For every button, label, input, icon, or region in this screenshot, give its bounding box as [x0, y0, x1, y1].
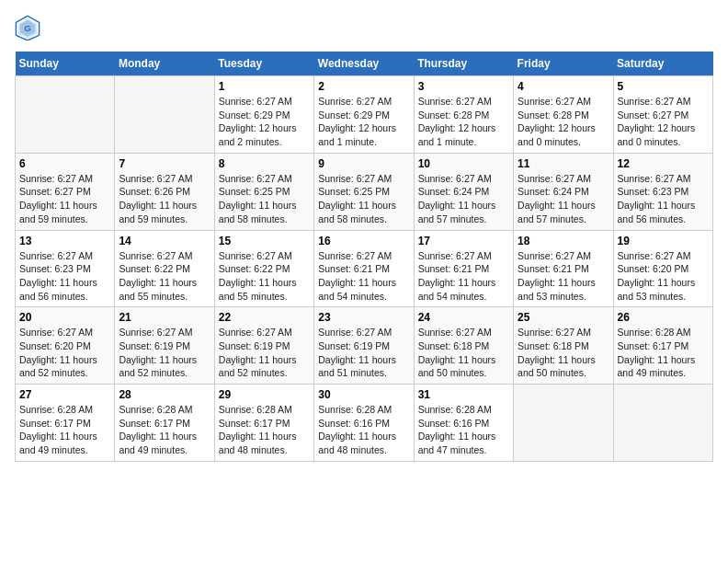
day-number: 17	[418, 235, 509, 247]
day-info: Daylight: 11 hours	[418, 353, 509, 367]
day-info: Sunrise: 6:28 AM	[119, 403, 210, 417]
day-info: Sunset: 6:27 PM	[618, 109, 709, 122]
day-info: and 58 minutes.	[219, 213, 310, 226]
day-info: Sunrise: 6:27 AM	[418, 95, 509, 109]
day-info: Daylight: 11 hours	[119, 353, 210, 367]
day-info: and 50 minutes.	[518, 366, 609, 380]
day-info: Daylight: 11 hours	[518, 276, 609, 290]
day-number: 26	[618, 311, 709, 324]
calendar-cell: 18Sunrise: 6:27 AMSunset: 6:21 PMDayligh…	[514, 230, 613, 307]
header-friday: Friday	[514, 52, 613, 76]
calendar-cell: 5Sunrise: 6:27 AMSunset: 6:27 PMDaylight…	[613, 76, 712, 154]
day-info: Daylight: 11 hours	[618, 353, 709, 367]
day-info: Sunrise: 6:27 AM	[219, 249, 310, 263]
day-info: Sunrise: 6:27 AM	[318, 249, 409, 263]
day-info: Daylight: 11 hours	[219, 276, 310, 290]
day-info: Daylight: 11 hours	[19, 430, 110, 443]
day-number: 5	[618, 80, 709, 93]
day-number: 15	[219, 235, 310, 247]
calendar-cell: 27Sunrise: 6:28 AMSunset: 6:17 PMDayligh…	[16, 385, 115, 462]
day-number: 9	[318, 157, 409, 170]
day-info: Sunrise: 6:27 AM	[618, 249, 709, 263]
header-tuesday: Tuesday	[214, 52, 313, 76]
day-info: Sunrise: 6:27 AM	[119, 326, 210, 339]
day-info: Sunset: 6:21 PM	[418, 262, 509, 276]
day-info: Sunset: 6:20 PM	[19, 339, 110, 353]
calendar-cell: 30Sunrise: 6:28 AMSunset: 6:16 PMDayligh…	[314, 385, 414, 462]
day-info: Sunrise: 6:27 AM	[518, 326, 609, 339]
day-number: 31	[418, 388, 509, 401]
day-info: and 59 minutes.	[119, 213, 210, 226]
day-info: Sunset: 6:23 PM	[19, 262, 110, 276]
day-info: and 56 minutes.	[19, 290, 110, 304]
calendar-cell	[115, 76, 214, 154]
day-info: Sunset: 6:16 PM	[418, 417, 509, 431]
day-info: Sunrise: 6:27 AM	[19, 172, 110, 186]
day-info: Sunrise: 6:27 AM	[219, 95, 310, 109]
calendar-cell: 9Sunrise: 6:27 AMSunset: 6:25 PMDaylight…	[314, 153, 414, 230]
day-info: Sunset: 6:26 PM	[119, 185, 210, 199]
calendar-cell: 16Sunrise: 6:27 AMSunset: 6:21 PMDayligh…	[314, 230, 414, 307]
day-info: Sunset: 6:28 PM	[518, 109, 609, 122]
day-info: Sunset: 6:19 PM	[119, 339, 210, 353]
day-info: Daylight: 11 hours	[19, 353, 110, 367]
calendar-cell: 4Sunrise: 6:27 AMSunset: 6:28 PMDaylight…	[514, 76, 613, 154]
day-number: 23	[318, 311, 409, 324]
day-number: 4	[518, 80, 609, 93]
day-info: Daylight: 12 hours	[318, 121, 409, 135]
day-info: Sunset: 6:29 PM	[219, 109, 310, 122]
day-info: Daylight: 11 hours	[518, 199, 609, 213]
day-info: Sunrise: 6:27 AM	[618, 172, 709, 186]
calendar-cell: 20Sunrise: 6:27 AMSunset: 6:20 PMDayligh…	[16, 307, 115, 385]
day-info: and 52 minutes.	[219, 366, 310, 380]
day-info: Sunset: 6:21 PM	[518, 262, 609, 276]
day-info: Daylight: 11 hours	[219, 430, 310, 443]
week-row-5: 27Sunrise: 6:28 AMSunset: 6:17 PMDayligh…	[16, 385, 713, 462]
calendar-cell: 11Sunrise: 6:27 AMSunset: 6:24 PMDayligh…	[514, 153, 613, 230]
day-info: Sunrise: 6:27 AM	[219, 326, 310, 339]
calendar-cell: 24Sunrise: 6:27 AMSunset: 6:18 PMDayligh…	[414, 307, 513, 385]
day-info: and 52 minutes.	[19, 366, 110, 380]
calendar-cell	[514, 385, 613, 462]
calendar-cell: 10Sunrise: 6:27 AMSunset: 6:24 PMDayligh…	[414, 153, 513, 230]
day-number: 2	[318, 80, 409, 93]
day-info: Sunset: 6:19 PM	[219, 339, 310, 353]
calendar-cell	[16, 76, 115, 154]
day-info: and 50 minutes.	[418, 366, 509, 380]
day-info: Sunset: 6:20 PM	[618, 262, 709, 276]
calendar-cell	[613, 385, 712, 462]
day-info: and 52 minutes.	[119, 366, 210, 380]
day-info: Sunrise: 6:28 AM	[618, 326, 709, 339]
calendar-cell: 22Sunrise: 6:27 AMSunset: 6:19 PMDayligh…	[214, 307, 313, 385]
day-number: 18	[518, 235, 609, 247]
calendar-cell: 28Sunrise: 6:28 AMSunset: 6:17 PMDayligh…	[115, 385, 214, 462]
day-number: 29	[219, 388, 310, 401]
calendar-cell: 12Sunrise: 6:27 AMSunset: 6:23 PMDayligh…	[613, 153, 712, 230]
day-info: Daylight: 11 hours	[19, 276, 110, 290]
calendar-cell: 2Sunrise: 6:27 AMSunset: 6:29 PMDaylight…	[314, 76, 414, 154]
day-number: 6	[19, 157, 110, 170]
day-info: and 57 minutes.	[418, 213, 509, 226]
day-info: Daylight: 11 hours	[518, 353, 609, 367]
day-info: Sunrise: 6:28 AM	[19, 403, 110, 417]
day-number: 24	[418, 311, 509, 324]
day-info: Daylight: 11 hours	[318, 353, 409, 367]
day-info: and 53 minutes.	[618, 290, 709, 304]
svg-text:G: G	[24, 23, 31, 33]
calendar-cell: 19Sunrise: 6:27 AMSunset: 6:20 PMDayligh…	[613, 230, 712, 307]
calendar-cell: 26Sunrise: 6:28 AMSunset: 6:17 PMDayligh…	[613, 307, 712, 385]
day-info: Sunrise: 6:27 AM	[318, 326, 409, 339]
calendar-cell: 25Sunrise: 6:27 AMSunset: 6:18 PMDayligh…	[514, 307, 613, 385]
day-number: 1	[219, 80, 310, 93]
day-number: 14	[119, 235, 210, 247]
day-info: Sunset: 6:29 PM	[318, 109, 409, 122]
day-info: Sunrise: 6:28 AM	[219, 403, 310, 417]
calendar-cell: 8Sunrise: 6:27 AMSunset: 6:25 PMDaylight…	[214, 153, 313, 230]
day-info: Sunrise: 6:27 AM	[518, 249, 609, 263]
day-info: and 0 minutes.	[518, 135, 609, 149]
day-info: Daylight: 11 hours	[219, 353, 310, 367]
day-number: 11	[518, 157, 609, 170]
day-info: Sunrise: 6:27 AM	[119, 249, 210, 263]
day-info: Sunrise: 6:27 AM	[418, 249, 509, 263]
day-number: 10	[418, 157, 509, 170]
